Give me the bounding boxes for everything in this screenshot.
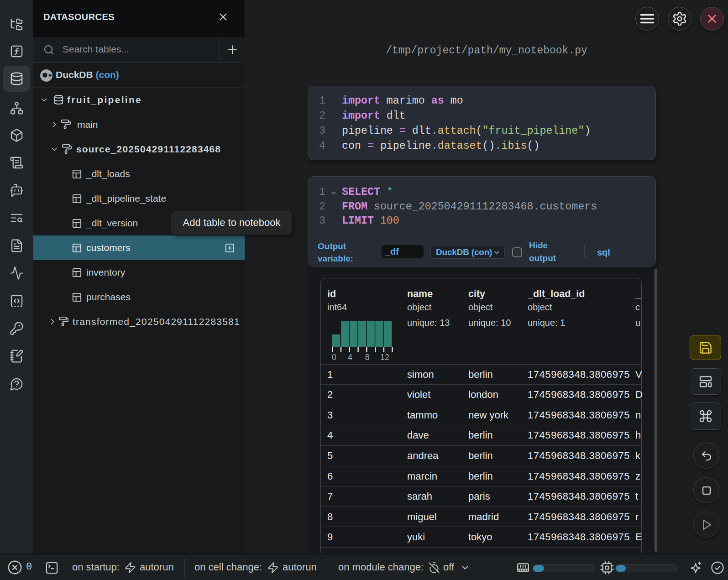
- svg-text:12: 12: [380, 353, 389, 362]
- svg-text:4: 4: [348, 353, 352, 362]
- svg-text:8: 8: [365, 353, 369, 362]
- svg-text:0: 0: [332, 353, 336, 362]
